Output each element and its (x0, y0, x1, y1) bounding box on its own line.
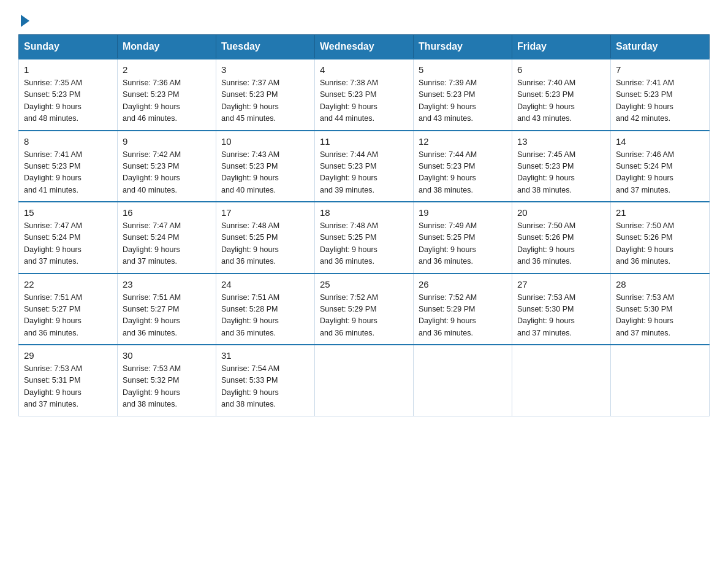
column-header-friday: Friday (512, 35, 611, 59)
week-row-4: 22 Sunrise: 7:51 AM Sunset: 5:27 PM Dayl… (19, 274, 710, 345)
day-number: 5 (419, 64, 507, 75)
day-cell: 4 Sunrise: 7:38 AM Sunset: 5:23 PM Dayli… (315, 59, 414, 131)
day-cell: 17 Sunrise: 7:48 AM Sunset: 5:25 PM Dayl… (216, 202, 315, 274)
calendar-table: SundayMondayTuesdayWednesdayThursdayFrid… (18, 34, 710, 416)
day-number: 14 (616, 136, 704, 147)
day-number: 19 (419, 207, 507, 218)
day-number: 1 (24, 64, 112, 75)
day-info: Sunrise: 7:47 AM Sunset: 5:24 PM Dayligh… (24, 220, 112, 268)
logo-arrow-icon (21, 15, 29, 27)
column-header-saturday: Saturday (611, 35, 710, 59)
day-number: 21 (616, 207, 704, 218)
day-info: Sunrise: 7:54 AM Sunset: 5:33 PM Dayligh… (221, 363, 309, 411)
day-cell: 8 Sunrise: 7:41 AM Sunset: 5:23 PM Dayli… (19, 131, 118, 202)
day-cell: 26 Sunrise: 7:52 AM Sunset: 5:29 PM Dayl… (414, 274, 512, 345)
day-cell: 22 Sunrise: 7:51 AM Sunset: 5:27 PM Dayl… (19, 274, 118, 345)
day-number: 23 (123, 279, 211, 289)
day-number: 24 (221, 279, 309, 289)
day-cell: 11 Sunrise: 7:44 AM Sunset: 5:23 PM Dayl… (315, 131, 414, 202)
day-info: Sunrise: 7:47 AM Sunset: 5:24 PM Dayligh… (123, 220, 211, 268)
day-info: Sunrise: 7:50 AM Sunset: 5:26 PM Dayligh… (616, 220, 704, 268)
column-header-sunday: Sunday (19, 35, 118, 59)
day-info: Sunrise: 7:52 AM Sunset: 5:29 PM Dayligh… (320, 292, 408, 340)
day-cell: 29 Sunrise: 7:53 AM Sunset: 5:31 PM Dayl… (19, 345, 118, 416)
day-info: Sunrise: 7:53 AM Sunset: 5:31 PM Dayligh… (24, 363, 112, 411)
day-cell: 6 Sunrise: 7:40 AM Sunset: 5:23 PM Dayli… (512, 59, 611, 131)
day-cell: 23 Sunrise: 7:51 AM Sunset: 5:27 PM Dayl… (118, 274, 216, 345)
day-number: 8 (24, 136, 112, 147)
day-number: 4 (320, 64, 408, 75)
day-info: Sunrise: 7:44 AM Sunset: 5:23 PM Dayligh… (419, 149, 507, 197)
day-info: Sunrise: 7:42 AM Sunset: 5:23 PM Dayligh… (123, 149, 211, 197)
day-cell: 7 Sunrise: 7:41 AM Sunset: 5:23 PM Dayli… (611, 59, 710, 131)
day-cell: 9 Sunrise: 7:42 AM Sunset: 5:23 PM Dayli… (118, 131, 216, 202)
day-number: 25 (320, 279, 408, 289)
day-number: 20 (517, 207, 605, 218)
day-number: 27 (517, 279, 605, 289)
day-cell: 15 Sunrise: 7:47 AM Sunset: 5:24 PM Dayl… (19, 202, 118, 274)
day-info: Sunrise: 7:39 AM Sunset: 5:23 PM Dayligh… (419, 77, 507, 125)
day-number: 30 (123, 350, 211, 361)
page-header (18, 12, 710, 23)
day-number: 13 (517, 136, 605, 147)
day-number: 26 (419, 279, 507, 289)
day-number: 29 (24, 350, 112, 361)
day-cell: 13 Sunrise: 7:45 AM Sunset: 5:23 PM Dayl… (512, 131, 611, 202)
day-cell (414, 345, 512, 416)
day-info: Sunrise: 7:53 AM Sunset: 5:30 PM Dayligh… (616, 292, 704, 340)
day-info: Sunrise: 7:53 AM Sunset: 5:32 PM Dayligh… (123, 363, 211, 411)
day-cell: 31 Sunrise: 7:54 AM Sunset: 5:33 PM Dayl… (216, 345, 315, 416)
column-header-wednesday: Wednesday (315, 35, 414, 59)
day-cell: 18 Sunrise: 7:48 AM Sunset: 5:25 PM Dayl… (315, 202, 414, 274)
day-number: 3 (221, 64, 309, 75)
day-info: Sunrise: 7:36 AM Sunset: 5:23 PM Dayligh… (123, 77, 211, 125)
day-cell (315, 345, 414, 416)
day-info: Sunrise: 7:50 AM Sunset: 5:26 PM Dayligh… (517, 220, 605, 268)
logo (18, 12, 29, 23)
day-info: Sunrise: 7:45 AM Sunset: 5:23 PM Dayligh… (517, 149, 605, 197)
day-info: Sunrise: 7:35 AM Sunset: 5:23 PM Dayligh… (24, 77, 112, 125)
day-number: 16 (123, 207, 211, 218)
day-info: Sunrise: 7:53 AM Sunset: 5:30 PM Dayligh… (517, 292, 605, 340)
day-cell: 25 Sunrise: 7:52 AM Sunset: 5:29 PM Dayl… (315, 274, 414, 345)
day-info: Sunrise: 7:38 AM Sunset: 5:23 PM Dayligh… (320, 77, 408, 125)
day-cell: 1 Sunrise: 7:35 AM Sunset: 5:23 PM Dayli… (19, 59, 118, 131)
day-cell: 14 Sunrise: 7:46 AM Sunset: 5:24 PM Dayl… (611, 131, 710, 202)
day-info: Sunrise: 7:40 AM Sunset: 5:23 PM Dayligh… (517, 77, 605, 125)
day-number: 7 (616, 64, 704, 75)
day-cell: 12 Sunrise: 7:44 AM Sunset: 5:23 PM Dayl… (414, 131, 512, 202)
day-cell: 19 Sunrise: 7:49 AM Sunset: 5:25 PM Dayl… (414, 202, 512, 274)
day-info: Sunrise: 7:49 AM Sunset: 5:25 PM Dayligh… (419, 220, 507, 268)
day-number: 11 (320, 136, 408, 147)
day-cell: 27 Sunrise: 7:53 AM Sunset: 5:30 PM Dayl… (512, 274, 611, 345)
day-info: Sunrise: 7:46 AM Sunset: 5:24 PM Dayligh… (616, 149, 704, 197)
day-number: 15 (24, 207, 112, 218)
day-info: Sunrise: 7:43 AM Sunset: 5:23 PM Dayligh… (221, 149, 309, 197)
day-info: Sunrise: 7:48 AM Sunset: 5:25 PM Dayligh… (320, 220, 408, 268)
day-cell: 28 Sunrise: 7:53 AM Sunset: 5:30 PM Dayl… (611, 274, 710, 345)
day-number: 28 (616, 279, 704, 289)
day-info: Sunrise: 7:51 AM Sunset: 5:27 PM Dayligh… (123, 292, 211, 340)
day-cell: 24 Sunrise: 7:51 AM Sunset: 5:28 PM Dayl… (216, 274, 315, 345)
day-cell: 2 Sunrise: 7:36 AM Sunset: 5:23 PM Dayli… (118, 59, 216, 131)
day-info: Sunrise: 7:48 AM Sunset: 5:25 PM Dayligh… (221, 220, 309, 268)
week-row-5: 29 Sunrise: 7:53 AM Sunset: 5:31 PM Dayl… (19, 345, 710, 416)
header-row: SundayMondayTuesdayWednesdayThursdayFrid… (19, 35, 710, 59)
column-header-monday: Monday (118, 35, 216, 59)
day-cell: 5 Sunrise: 7:39 AM Sunset: 5:23 PM Dayli… (414, 59, 512, 131)
day-cell: 30 Sunrise: 7:53 AM Sunset: 5:32 PM Dayl… (118, 345, 216, 416)
day-cell: 20 Sunrise: 7:50 AM Sunset: 5:26 PM Dayl… (512, 202, 611, 274)
day-number: 2 (123, 64, 211, 75)
day-info: Sunrise: 7:41 AM Sunset: 5:23 PM Dayligh… (24, 149, 112, 197)
column-header-thursday: Thursday (414, 35, 512, 59)
day-cell: 16 Sunrise: 7:47 AM Sunset: 5:24 PM Dayl… (118, 202, 216, 274)
day-info: Sunrise: 7:52 AM Sunset: 5:29 PM Dayligh… (419, 292, 507, 340)
day-info: Sunrise: 7:51 AM Sunset: 5:28 PM Dayligh… (221, 292, 309, 340)
week-row-1: 1 Sunrise: 7:35 AM Sunset: 5:23 PM Dayli… (19, 59, 710, 131)
day-info: Sunrise: 7:37 AM Sunset: 5:23 PM Dayligh… (221, 77, 309, 125)
day-number: 31 (221, 350, 309, 361)
day-cell (512, 345, 611, 416)
day-info: Sunrise: 7:41 AM Sunset: 5:23 PM Dayligh… (616, 77, 704, 125)
week-row-2: 8 Sunrise: 7:41 AM Sunset: 5:23 PM Dayli… (19, 131, 710, 202)
day-number: 10 (221, 136, 309, 147)
